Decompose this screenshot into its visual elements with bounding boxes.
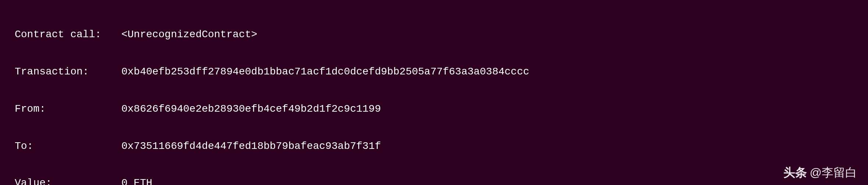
transaction-label: Transaction: <box>15 66 121 78</box>
from-row: From: 0x8626f6940e2eb28930efb4cef49b2d1f… <box>15 103 853 115</box>
watermark: 头条 @李留白 <box>783 165 857 179</box>
contract-call-label: Contract call: <box>15 28 121 41</box>
watermark-prefix: 头条 <box>783 165 807 179</box>
value-value: 0 ETH <box>121 177 853 185</box>
transaction-value: 0xb40efb253dff27894e0db1bbac71acf1dc0dce… <box>121 66 853 78</box>
from-label: From: <box>15 103 121 115</box>
watermark-author: @李留白 <box>810 165 857 179</box>
from-value: 0x8626f6940e2eb28930efb4cef49b2d1f2c9c11… <box>121 103 853 115</box>
to-label: To: <box>15 140 121 153</box>
transaction-row: Transaction: 0xb40efb253dff27894e0db1bba… <box>15 66 853 78</box>
contract-call-row: Contract call: <UnrecognizedContract> <box>15 28 853 41</box>
to-value: 0x73511669fd4de447fed18bb79bafeac93ab7f3… <box>121 140 853 153</box>
contract-call-value: <UnrecognizedContract> <box>121 28 853 41</box>
value-label: Value: <box>15 177 121 185</box>
value-row: Value: 0 ETH <box>15 177 853 185</box>
terminal-output: Contract call: <UnrecognizedContract> Tr… <box>15 4 853 185</box>
to-row: To: 0x73511669fd4de447fed18bb79bafeac93a… <box>15 140 853 153</box>
